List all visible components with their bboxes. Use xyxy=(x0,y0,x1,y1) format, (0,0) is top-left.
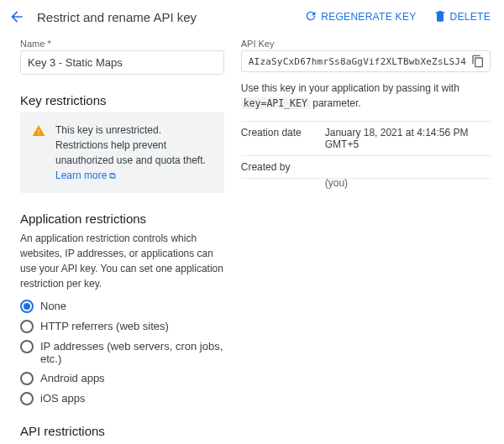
app-restriction-option[interactable]: iOS apps xyxy=(20,392,224,405)
app-restriction-option[interactable]: Android apps xyxy=(20,372,224,385)
name-input[interactable] xyxy=(20,50,224,75)
delete-button[interactable]: DELETE xyxy=(428,6,496,29)
radio-icon xyxy=(20,392,34,405)
app-restrictions-radios: NoneHTTP referrers (web sites)IP address… xyxy=(20,300,224,405)
learn-more-link[interactable]: Learn more ⧉ xyxy=(55,170,116,181)
radio-icon xyxy=(20,372,34,385)
created-by-sub: (you) xyxy=(325,177,491,192)
creation-date-row: Creation date January 18, 2021 at 4:14:5… xyxy=(241,121,491,156)
hint-code: key=API_KEY xyxy=(241,97,310,109)
refresh-icon xyxy=(304,9,318,25)
back-arrow-icon[interactable] xyxy=(5,5,29,29)
api-key-field: AIzaSyCxD67hmrSs8aGgVif2XLTBwbXeZsLSJ4 xyxy=(241,50,491,72)
regenerate-key-button[interactable]: REGENERATE KEY xyxy=(299,6,421,29)
radio-icon xyxy=(20,340,34,353)
app-restrictions-heading: Application restrictions xyxy=(20,212,224,226)
radio-label: Android apps xyxy=(40,372,105,384)
regenerate-key-label: REGENERATE KEY xyxy=(321,11,416,23)
radio-label: iOS apps xyxy=(40,392,85,405)
page-title: Restrict and rename API key xyxy=(35,10,197,24)
radio-label: IP addresses (web servers, cron jobs, et… xyxy=(40,340,224,365)
api-key-hint: Use this key in your application by pass… xyxy=(241,81,491,111)
created-by-label: Created by xyxy=(241,161,325,173)
creation-date-label: Creation date xyxy=(241,127,325,150)
app-restriction-option[interactable]: None xyxy=(20,300,224,313)
api-key-label: API Key xyxy=(241,39,491,49)
copy-icon[interactable] xyxy=(471,55,485,68)
creation-date-value: January 18, 2021 at 4:14:56 PM GMT+5 xyxy=(325,127,491,150)
warning-text: This key is unrestricted. Restrictions h… xyxy=(55,123,213,183)
warning-banner: This key is unrestricted. Restrictions h… xyxy=(20,112,224,193)
radio-icon xyxy=(20,300,34,313)
api-key-value: AIzaSyCxD67hmrSs8aGgVif2XLTBwbXeZsLSJ4 xyxy=(249,56,466,67)
created-by-value xyxy=(325,161,491,173)
app-restriction-option[interactable]: IP addresses (web servers, cron jobs, et… xyxy=(20,340,224,365)
key-restrictions-heading: Key restrictions xyxy=(20,93,224,107)
radio-icon xyxy=(20,320,34,333)
name-label: Name * xyxy=(20,39,224,49)
warning-icon xyxy=(32,124,45,142)
app-restriction-option[interactable]: HTTP referrers (web sites) xyxy=(20,320,224,333)
created-by-row: Created by xyxy=(241,156,491,179)
radio-label: None xyxy=(40,300,66,312)
trash-icon xyxy=(433,9,447,25)
radio-label: HTTP referrers (web sites) xyxy=(40,320,169,332)
app-restrictions-desc: An application restriction controls whic… xyxy=(20,231,224,291)
api-restrictions-heading: API restrictions xyxy=(20,424,224,438)
external-link-icon: ⧉ xyxy=(107,170,116,180)
delete-label: DELETE xyxy=(450,11,491,23)
